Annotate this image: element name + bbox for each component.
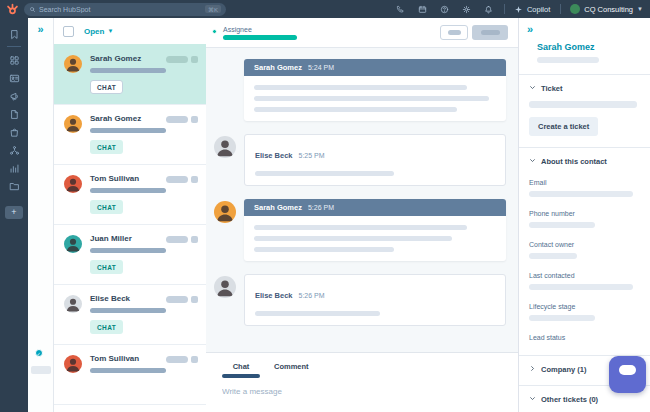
conversation-avatar [64, 295, 82, 313]
phone-icon[interactable] [396, 5, 405, 14]
contact-field-value-redacted [529, 253, 577, 259]
topbar-icon-group [396, 5, 493, 14]
conversation-avatar [64, 55, 82, 73]
message-header: Sarah Gomez5:24 PM [244, 59, 506, 76]
hubspot-logo-icon[interactable] [6, 3, 19, 16]
chat-widget-launcher[interactable] [609, 356, 646, 393]
search-shortcut-badge: ⌘K [205, 5, 221, 13]
calendar-icon[interactable] [418, 5, 427, 14]
contact-field-label: Phone number [529, 210, 640, 217]
availability-toggle-redacted[interactable] [31, 366, 51, 374]
assignee-name-redacted [223, 35, 297, 40]
nav-add-button[interactable]: + [5, 206, 23, 219]
nav-contacts-icon[interactable] [5, 69, 23, 87]
copilot-button[interactable]: Copilot [514, 5, 550, 14]
help-icon[interactable] [440, 5, 449, 14]
conversation-list: Open ▼ Sarah GomezCHATSarah GomezCHATTom… [54, 18, 206, 412]
search-input[interactable] [39, 6, 202, 13]
company-section-label: Company (1) [541, 365, 586, 374]
nav-commerce-icon[interactable] [5, 123, 23, 141]
conversation-list-item[interactable]: Juan MillerCHAT [54, 224, 206, 284]
select-all-checkbox[interactable] [63, 26, 74, 37]
ticket-section: Ticket Create a ticket [519, 75, 650, 136]
top-navigation-bar: ⌘K Copilot CQ Consulting ▼ [0, 0, 650, 18]
online-status-dot [212, 29, 217, 34]
meta-icon-redacted [191, 296, 198, 303]
thread-action-button[interactable] [440, 25, 468, 40]
message-preview-redacted [90, 68, 166, 73]
about-section-label: About this contact [541, 157, 607, 166]
message-preview-redacted [90, 308, 166, 313]
thread-primary-action-button[interactable] [472, 25, 508, 40]
timestamp-redacted [166, 176, 188, 183]
ticket-value-redacted [529, 101, 637, 108]
message-preview-redacted [90, 188, 166, 193]
hubspot-inbox-app: ⌘K Copilot CQ Consulting ▼ + » ✓ [0, 0, 650, 412]
contact-field-value-redacted [529, 191, 633, 197]
settings-icon[interactable] [462, 5, 471, 14]
meta-icon-redacted [191, 176, 198, 183]
other-tickets-section-header[interactable]: Other tickets (0) [529, 395, 640, 404]
contact-name-link[interactable]: Sarah Gomez [537, 42, 599, 52]
meta-icon-redacted [191, 56, 198, 63]
message-sender: Sarah Gomez [254, 203, 302, 212]
nav-content-icon[interactable] [5, 105, 23, 123]
nav-automation-icon[interactable] [5, 141, 23, 159]
search-icon [29, 6, 36, 13]
contact-field-label: Contact owner [529, 241, 640, 248]
message-sender: Sarah Gomez [254, 63, 302, 72]
message-row: Elise Beck5:26 PM [214, 274, 510, 326]
nav-library-icon[interactable] [5, 177, 23, 195]
account-avatar [570, 4, 580, 14]
message-sender-avatar [214, 201, 236, 223]
conversation-list-item[interactable]: Elise BeckCHAT [54, 284, 206, 344]
contact-field-label: Email [529, 179, 640, 186]
contact-field-value-redacted [529, 315, 595, 321]
nav-reporting-icon[interactable] [5, 159, 23, 177]
timestamp-redacted [166, 296, 188, 303]
composer-tab-chat[interactable]: Chat [222, 362, 260, 371]
message-text-redacted [254, 107, 457, 112]
message-header: Sarah Gomez5:26 PM [244, 199, 506, 216]
channel-tag: CHAT [90, 260, 123, 274]
account-menu[interactable]: CQ Consulting ▼ [570, 4, 643, 14]
chevron-down-icon [529, 84, 536, 93]
conversation-list-item[interactable]: Tom Sullivan [54, 344, 206, 404]
global-search[interactable]: ⌘K [24, 3, 226, 16]
create-ticket-button[interactable]: Create a ticket [529, 117, 598, 136]
nav-marketing-icon[interactable] [5, 87, 23, 105]
timestamp-redacted [166, 356, 188, 363]
nav-grid-icon[interactable] [5, 51, 23, 69]
account-name: CQ Consulting [584, 5, 633, 14]
channel-tag: CHAT [90, 320, 123, 334]
contact-field-value-redacted [529, 222, 595, 228]
message-preview-redacted [90, 248, 166, 253]
message-sender: Elise Beck [255, 151, 293, 160]
contact-details-panel: » Sarah Gomez Ticket Create a ticket [518, 18, 650, 412]
conversation-list-item[interactable] [54, 404, 206, 411]
expand-panel-icon[interactable]: » [37, 23, 43, 35]
message-text-redacted [255, 171, 394, 176]
notifications-icon[interactable] [484, 5, 493, 14]
composer-tab-comment[interactable]: Comment [274, 362, 309, 371]
message-list: Sarah Gomez5:24 PMElise Beck5:25 PMSarah… [206, 48, 518, 352]
message-text-redacted [254, 236, 452, 241]
contact-fields: EmailPhone numberContact ownerLast conta… [529, 179, 640, 341]
message-preview-redacted [90, 128, 166, 133]
contact-field-label: Last contacted [529, 272, 640, 279]
conversation-list-item[interactable]: Sarah GomezCHAT [54, 104, 206, 164]
assignee-label: Assignee [223, 26, 297, 33]
conversation-list-item[interactable]: Sarah GomezCHAT [54, 44, 206, 104]
available-check-badge: ✓ [35, 349, 43, 357]
message-text-redacted [254, 225, 467, 230]
message-input[interactable] [222, 387, 474, 396]
ticket-section-header[interactable]: Ticket [529, 84, 640, 93]
about-section-header[interactable]: About this contact [529, 157, 640, 166]
collapse-panel-icon[interactable]: » [527, 23, 650, 35]
nav-bookmark-icon[interactable] [5, 25, 23, 43]
topbar-divider [504, 4, 505, 14]
chevron-down-icon [529, 157, 536, 166]
conversation-list-item[interactable]: Tom SullivanCHAT [54, 164, 206, 224]
timestamp-redacted [166, 116, 188, 123]
status-filter-dropdown[interactable]: Open ▼ [84, 27, 113, 36]
